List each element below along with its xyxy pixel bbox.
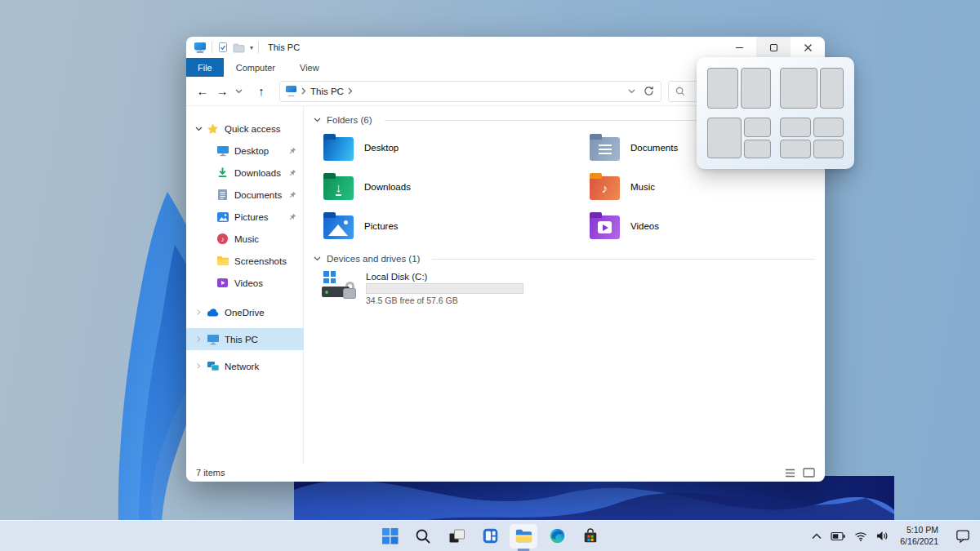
this-pc-icon bbox=[206, 333, 220, 346]
start-button[interactable] bbox=[376, 524, 403, 549]
snap-zone[interactable] bbox=[780, 118, 811, 137]
breadcrumb-this-pc[interactable]: This PC bbox=[310, 87, 344, 96]
desktop-icon bbox=[216, 144, 229, 158]
sidebar-item-onedrive[interactable]: OneDrive bbox=[186, 301, 304, 323]
titlebar-divider bbox=[212, 42, 212, 53]
sidebar-item-pictures[interactable]: Pictures bbox=[186, 206, 304, 228]
details-view-icon[interactable] bbox=[785, 469, 795, 478]
edge-button[interactable] bbox=[543, 524, 571, 549]
chat-bubble-icon bbox=[956, 529, 970, 543]
snap-zone[interactable] bbox=[820, 68, 844, 109]
collapse-section-icon[interactable] bbox=[314, 256, 321, 261]
file-explorer-icon bbox=[514, 527, 533, 544]
section-title: Folders (6) bbox=[327, 115, 372, 125]
breadcrumb-chevron-icon[interactable] bbox=[348, 87, 353, 95]
snap-layouts-flyout bbox=[697, 57, 854, 169]
music-folder-icon: ♪ bbox=[590, 176, 620, 200]
snap-layout-two-equal-columns[interactable] bbox=[707, 68, 771, 109]
drive-free-space: 34.5 GB free of 57.6 GB bbox=[366, 295, 523, 305]
pictures-icon bbox=[216, 211, 229, 224]
taskbar-icons bbox=[376, 521, 604, 551]
chevron-down-icon[interactable] bbox=[193, 127, 204, 131]
tab-computer[interactable]: Computer bbox=[224, 58, 287, 77]
file-explorer-button[interactable] bbox=[510, 524, 537, 549]
snap-zone[interactable] bbox=[744, 140, 771, 159]
snap-layout-left-large-right-stacked[interactable] bbox=[707, 118, 771, 158]
clock[interactable]: 5:10 PM 6/16/2021 bbox=[900, 525, 938, 547]
sidebar-item-this-pc[interactable]: This PC bbox=[186, 328, 304, 350]
collapse-section-icon[interactable] bbox=[314, 118, 321, 122]
chevron-right-icon[interactable] bbox=[193, 362, 204, 370]
system-tray: 5:10 PM 6/16/2021 bbox=[812, 521, 970, 551]
sidebar-item-quick-access[interactable]: Quick access bbox=[186, 118, 304, 140]
widgets-button[interactable] bbox=[476, 524, 504, 549]
item-count: 7 items bbox=[196, 468, 225, 478]
back-button[interactable]: ← bbox=[193, 82, 212, 101]
snap-layout-four-quadrants[interactable] bbox=[780, 118, 844, 158]
battery-icon[interactable] bbox=[831, 531, 845, 541]
snap-layout-wide-left-narrow-right[interactable] bbox=[780, 68, 844, 109]
tab-view[interactable]: View bbox=[287, 58, 332, 77]
sidebar-item-music[interactable]: ♪ Music bbox=[186, 228, 304, 250]
snap-zone[interactable] bbox=[813, 118, 844, 137]
search-button[interactable] bbox=[409, 524, 437, 549]
customize-toolbar-icon[interactable]: ▾ bbox=[250, 44, 253, 51]
new-folder-icon[interactable] bbox=[233, 42, 245, 53]
snap-zone[interactable] bbox=[780, 140, 811, 159]
notifications-button[interactable] bbox=[956, 529, 970, 543]
large-icons-view-icon[interactable] bbox=[803, 468, 815, 478]
address-dropdown-icon[interactable] bbox=[628, 89, 635, 94]
volume-icon[interactable] bbox=[876, 531, 889, 541]
snap-zone[interactable] bbox=[813, 140, 844, 159]
folder-tile-downloads[interactable]: ↓ Downloads bbox=[323, 167, 590, 207]
onedrive-icon bbox=[206, 306, 220, 319]
up-button[interactable]: ↑ bbox=[252, 82, 271, 101]
maximize-button[interactable] bbox=[756, 37, 791, 58]
task-view-button[interactable] bbox=[443, 524, 470, 549]
folder-tile-pictures[interactable]: Pictures bbox=[323, 207, 590, 246]
close-button[interactable] bbox=[791, 37, 825, 58]
hidden-icons-chevron-icon[interactable] bbox=[812, 533, 822, 540]
window-title: This PC bbox=[268, 42, 300, 52]
sidebar-item-desktop[interactable]: Desktop bbox=[186, 140, 304, 162]
folder-tile-music[interactable]: ♪ Music bbox=[590, 167, 825, 207]
tab-file[interactable]: File bbox=[186, 58, 224, 77]
snap-zone[interactable] bbox=[707, 68, 738, 109]
sidebar-item-videos[interactable]: Videos bbox=[186, 272, 304, 294]
sidebar-item-screenshots[interactable]: Screenshots bbox=[186, 250, 304, 272]
sidebar-item-documents[interactable]: Documents bbox=[186, 184, 304, 206]
pin-icon bbox=[288, 169, 296, 177]
properties-icon[interactable] bbox=[217, 42, 229, 53]
snap-zone[interactable] bbox=[741, 68, 772, 109]
drive-name: Local Disk (C:) bbox=[366, 272, 523, 282]
svg-text:♪: ♪ bbox=[220, 235, 224, 243]
sidebar-item-downloads[interactable]: Downloads bbox=[186, 162, 304, 184]
address-bar[interactable]: This PC bbox=[279, 81, 662, 102]
downloads-folder-icon: ↓ bbox=[323, 176, 354, 200]
widgets-icon bbox=[482, 527, 499, 544]
sidebar-item-network[interactable]: Network bbox=[186, 355, 304, 377]
snap-zone[interactable] bbox=[707, 118, 742, 158]
folder-tile-videos[interactable]: Videos bbox=[590, 207, 825, 246]
window-controls bbox=[722, 37, 825, 58]
start-icon bbox=[381, 527, 399, 544]
recent-locations-icon[interactable] bbox=[232, 82, 245, 101]
drive-tile-local-disk-c[interactable]: Local Disk (C:) 34.5 GB free of 57.6 GB bbox=[314, 271, 815, 305]
edge-icon bbox=[549, 527, 566, 544]
document-icon bbox=[216, 189, 229, 202]
folder-tile-desktop[interactable]: Desktop bbox=[323, 128, 590, 167]
minimize-button[interactable] bbox=[722, 37, 756, 58]
chevron-right-icon[interactable] bbox=[193, 309, 204, 316]
snap-zone[interactable] bbox=[780, 68, 817, 109]
wifi-icon[interactable] bbox=[854, 531, 867, 541]
store-button[interactable] bbox=[577, 524, 604, 549]
status-bar: 7 items bbox=[186, 464, 825, 482]
forward-button[interactable]: → bbox=[212, 82, 232, 101]
drive-usage-bar bbox=[366, 283, 523, 294]
snap-zone[interactable] bbox=[744, 118, 771, 137]
clock-date: 6/16/2021 bbox=[900, 536, 938, 548]
refresh-icon[interactable] bbox=[644, 86, 654, 96]
clock-time: 5:10 PM bbox=[900, 525, 938, 536]
chevron-right-icon[interactable] bbox=[193, 335, 204, 343]
pin-icon bbox=[288, 191, 296, 199]
